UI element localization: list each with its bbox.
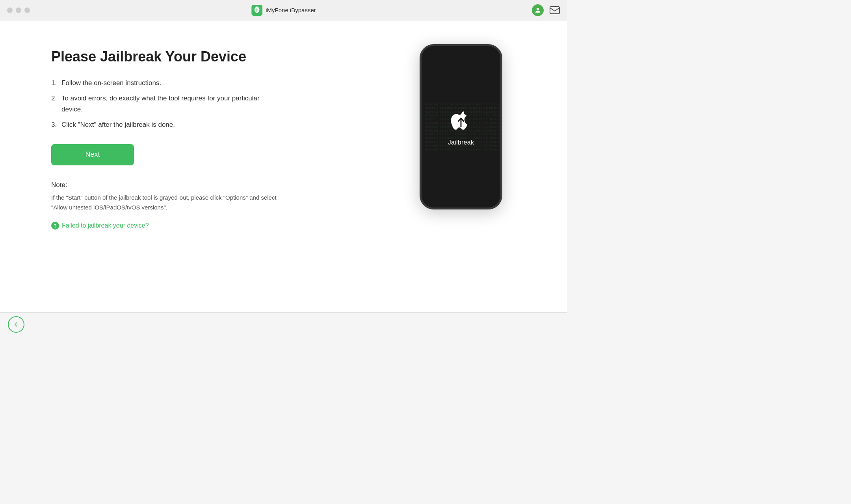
phone-notch — [445, 46, 477, 55]
jailbreak-content: Jailbreak — [448, 107, 474, 146]
window-minimize-btn[interactable] — [16, 7, 21, 13]
list-item-num: 1. — [51, 78, 59, 88]
list-item-num: 3. — [51, 119, 59, 130]
list-item-num: 2. — [51, 93, 59, 104]
question-icon: ? — [51, 222, 59, 230]
left-panel: Please Jailbreak Your Device 1. Follow t… — [51, 44, 280, 230]
jailbreak-label: Jailbreak — [448, 139, 474, 146]
list-item-text: To avoid errors, do exactly what the too… — [61, 93, 280, 114]
failed-link-text: Failed to jailbreak your device? — [62, 222, 149, 229]
right-panel: 01001001 01100110 00100000 01111001 0110… — [406, 44, 516, 209]
failed-jailbreak-link[interactable]: ? Failed to jailbreak your device? — [51, 222, 280, 230]
instructions-list: 1. Follow the on-screen instructions. 2.… — [51, 78, 280, 130]
titlebar: iMyFone iBypasser — [0, 0, 567, 20]
user-account-icon[interactable] — [532, 4, 544, 16]
back-button[interactable] — [8, 316, 24, 333]
app-logo-icon — [251, 5, 262, 16]
mail-icon[interactable] — [549, 6, 560, 15]
apple-jailbreak-icon — [450, 107, 472, 134]
titlebar-center: iMyFone iBypasser — [251, 5, 316, 16]
back-arrow-icon — [13, 321, 20, 328]
note-text: If the "Start" button of the jailbreak t… — [51, 193, 280, 213]
window-close-btn[interactable] — [7, 7, 13, 13]
list-item: 3. Click "Next" after the jailbreak is d… — [51, 119, 280, 130]
bottom-bar — [0, 312, 567, 336]
list-item: 1. Follow the on-screen instructions. — [51, 78, 280, 88]
window-maximize-btn[interactable] — [24, 7, 30, 13]
window-controls — [7, 7, 30, 13]
titlebar-right — [532, 4, 560, 16]
list-item: 2. To avoid errors, do exactly what the … — [51, 93, 280, 114]
list-item-text: Click "Next" after the jailbreak is done… — [61, 119, 175, 130]
svg-point-1 — [537, 8, 539, 10]
note-section: Note: If the "Start" button of the jailb… — [51, 181, 280, 213]
list-item-text: Follow the on-screen instructions. — [61, 78, 161, 88]
page-title: Please Jailbreak Your Device — [51, 48, 280, 65]
app-title: iMyFone iBypasser — [266, 7, 316, 13]
phone-mockup: 01001001 01100110 00100000 01111001 0110… — [420, 44, 502, 209]
note-label: Note: — [51, 181, 280, 189]
main-content: Please Jailbreak Your Device 1. Follow t… — [0, 20, 567, 312]
next-button[interactable]: Next — [51, 144, 134, 165]
svg-rect-2 — [550, 7, 559, 14]
